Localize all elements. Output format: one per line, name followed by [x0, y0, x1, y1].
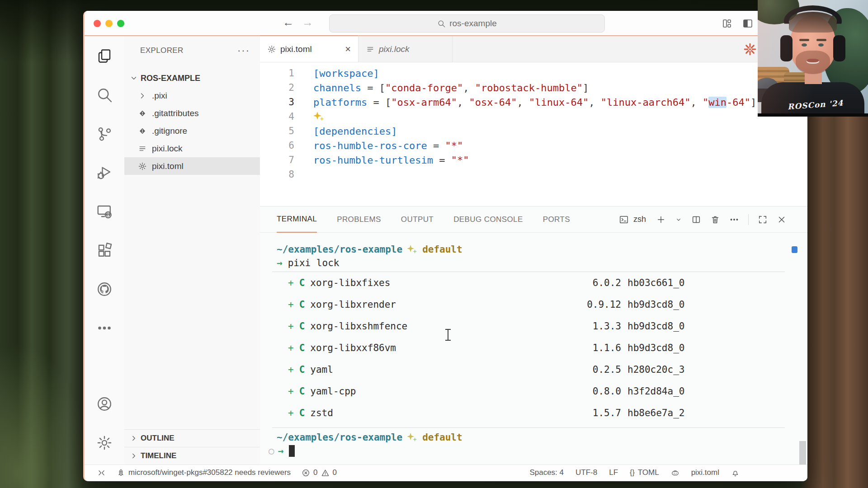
run-debug-icon[interactable]	[96, 164, 113, 181]
gear-file-icon	[267, 45, 276, 54]
package-build: hb9d3cd8_0	[627, 299, 684, 310]
package-name: yaml	[310, 364, 333, 375]
code-token: =	[433, 155, 451, 166]
file-row--gitattributes[interactable]: .gitattributes	[124, 104, 260, 122]
file-row--pixi[interactable]: .pixi	[124, 87, 260, 104]
sparkles-icon	[313, 111, 325, 122]
customize-layout-icon[interactable]	[722, 18, 732, 29]
panel-tab-ports[interactable]: PORTS	[543, 206, 570, 233]
more-views-icon[interactable]	[96, 320, 113, 336]
terminal-command-line: → pixi lock	[277, 256, 807, 270]
line-number: 5	[260, 126, 303, 136]
tab-pixi-lock[interactable]: pixi.lock	[359, 36, 453, 62]
explorer-more-actions-icon[interactable]: ···	[237, 45, 250, 56]
prompt-status-circle: ○	[269, 446, 274, 456]
file-label: pixi.lock	[152, 144, 183, 154]
remote-explorer-icon[interactable]	[96, 203, 113, 220]
code-token: "*"	[445, 140, 463, 151]
search-value: ros-example	[449, 19, 497, 28]
copilot-icon[interactable]	[671, 469, 679, 477]
line-number: 3	[260, 97, 303, 108]
folder-root-row[interactable]: ROS-EXAMPLE	[124, 70, 260, 87]
settings-gear-icon[interactable]	[96, 435, 113, 451]
panel-tab-problems[interactable]: PROBLEMS	[337, 206, 381, 233]
conda-channel-symbol: C	[299, 299, 305, 310]
code-line-1: 1[workspace]	[260, 66, 807, 80]
bell-icon[interactable]	[731, 469, 740, 477]
zoom-window-button[interactable]	[117, 20, 124, 27]
sidebar-title: EXPLORER	[140, 46, 184, 55]
code-token: "conda-forge"	[385, 82, 463, 94]
terminal-package-row: +Czstd1.5.7hb8e6e7a_2	[277, 402, 807, 424]
code-editor[interactable]: 1[workspace]2channels = ["conda-forge", …	[260, 62, 807, 206]
explorer-sidebar: EXPLORER ··· ROS-EXAMPLE .pixi.gitattrib…	[124, 36, 260, 465]
minimize-window-button[interactable]	[105, 20, 113, 27]
problems-status-item[interactable]: 0 0	[302, 468, 337, 477]
file-row-pixi-lock[interactable]: pixi.lock	[124, 140, 260, 157]
toggle-panel-icon[interactable]	[742, 18, 753, 29]
mouse-cursor-ibeam	[445, 329, 451, 341]
shell-label[interactable]: zsh	[633, 215, 646, 224]
back-button[interactable]: ←	[283, 16, 294, 29]
prompt-env: default	[422, 432, 462, 443]
search-sidebar-icon[interactable]	[96, 87, 113, 103]
pixi-starburst-icon[interactable]	[743, 42, 757, 56]
code-content	[313, 111, 325, 122]
error-count: 0	[313, 468, 317, 477]
file-row-pixi-toml[interactable]: pixi.toml	[124, 157, 260, 175]
source-control-icon[interactable]	[96, 126, 113, 142]
package-build: hb03c661_0	[627, 277, 684, 288]
chevron-right-icon	[130, 452, 138, 460]
code-line-6: 6ros-humble-ros-core = "*"	[260, 138, 807, 153]
close-tab-icon[interactable]: ×	[345, 43, 351, 55]
file-row--gitignore[interactable]: .gitignore	[124, 122, 260, 140]
maximize-panel-icon[interactable]	[758, 215, 768, 225]
chevron-right-icon	[138, 91, 147, 100]
pixi-toml-status-item[interactable]: pixi.toml	[691, 468, 719, 477]
indentation-item[interactable]: Spaces: 4	[529, 468, 564, 477]
close-window-button[interactable]	[94, 20, 101, 27]
code-token: ]	[583, 82, 589, 94]
extensions-icon[interactable]	[96, 242, 113, 258]
language-label: TOML	[638, 468, 659, 477]
new-terminal-icon[interactable]	[656, 215, 666, 225]
gear-icon	[138, 162, 147, 171]
code-token: "	[703, 97, 708, 108]
timeline-section[interactable]: TIMELINE	[124, 447, 260, 465]
github-icon[interactable]	[96, 281, 113, 297]
code-token: ,	[691, 97, 703, 108]
workbench: EXPLORER ··· ROS-EXAMPLE .pixi.gitattrib…	[85, 36, 807, 465]
panel-more-actions-icon[interactable]	[729, 215, 739, 225]
panel-actions-divider	[748, 214, 749, 225]
close-panel-icon[interactable]	[777, 215, 787, 225]
language-mode-item[interactable]: {} TOML	[630, 468, 659, 477]
terminal-prompt-line: ~/examples/ros-example default	[277, 243, 807, 256]
line-number: 4	[260, 111, 303, 122]
line-number: 2	[260, 82, 303, 93]
terminal-scrollbar[interactable]	[799, 441, 806, 465]
terminal-viewport[interactable]: ~/examples/ros-example default → pixi lo…	[260, 233, 807, 465]
file-label: pixi.toml	[152, 161, 184, 171]
editor-area: pixi.toml × pixi.lock	[260, 36, 807, 465]
eol-item[interactable]: LF	[609, 468, 618, 477]
remote-indicator-icon[interactable]	[97, 469, 106, 477]
tab-label: pixi.lock	[379, 44, 410, 54]
file-label: .gitignore	[152, 126, 187, 136]
split-terminal-icon[interactable]	[691, 215, 701, 225]
encoding-item[interactable]: UTF-8	[576, 468, 597, 477]
terminal-dropdown-icon[interactable]	[675, 215, 682, 225]
command-center-search[interactable]: ros-example	[329, 14, 605, 33]
pr-status-item[interactable]: microsoft/winget-pkgs#305822 needs revie…	[117, 468, 291, 477]
explorer-icon[interactable]	[96, 48, 113, 64]
outline-section[interactable]: OUTLINE	[124, 429, 260, 447]
tab-pixi-toml[interactable]: pixi.toml ×	[260, 35, 359, 62]
panel-tab-terminal[interactable]: TERMINAL	[277, 206, 317, 233]
code-line-8: 8	[260, 167, 807, 182]
forward-button[interactable]: →	[302, 16, 313, 29]
package-build: hb9d3cd8_0	[627, 343, 684, 353]
panel-tab-output[interactable]: OUTPUT	[401, 206, 434, 233]
conda-channel-symbol: C	[299, 277, 305, 288]
account-icon[interactable]	[96, 396, 113, 412]
panel-tab-debug-console[interactable]: DEBUG CONSOLE	[453, 206, 523, 233]
kill-terminal-icon[interactable]	[710, 215, 720, 225]
